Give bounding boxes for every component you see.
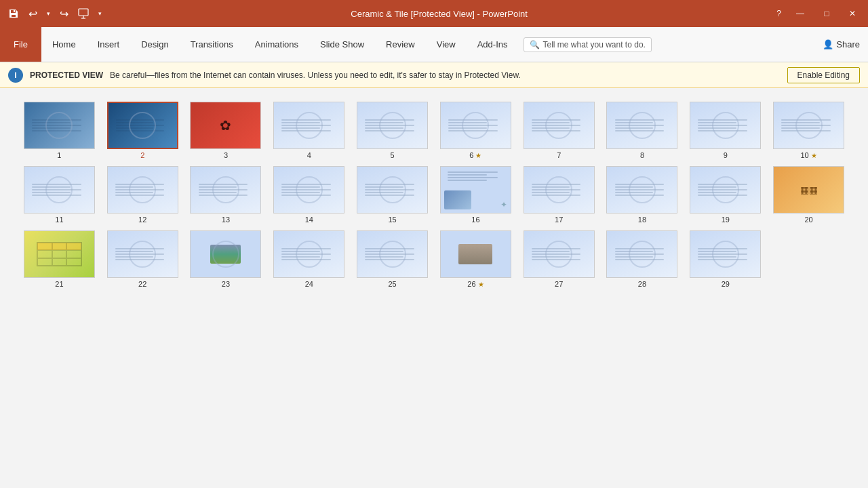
share-button[interactable]: 👤 Share — [814, 27, 868, 62]
search-placeholder: Tell me what you want to do. — [542, 40, 645, 49]
slide-thumb-10 — [773, 102, 844, 149]
slide-item-17[interactable]: 17 — [520, 166, 598, 224]
slide-thumb-27 — [524, 230, 595, 278]
slide-item-24[interactable]: 24 — [270, 230, 348, 288]
title-bar: ↩ ▾ ↪ ▾ Ceramic & Tile [Protected View] … — [0, 0, 868, 27]
undo-dropdown[interactable]: ▾ — [44, 9, 53, 18]
maximize-button[interactable]: □ — [816, 6, 837, 21]
tab-file[interactable]: File — [0, 27, 41, 62]
slide-label-1: 1 — [57, 151, 61, 159]
tab-addins[interactable]: Add-Ins — [467, 27, 519, 62]
slide-item-18[interactable]: 18 — [604, 166, 682, 224]
protected-view-bar: i PROTECTED VIEW Be careful—files from t… — [0, 62, 868, 88]
slide-item-13[interactable]: 13 — [187, 166, 265, 224]
slide-item-15[interactable]: 15 — [353, 166, 431, 224]
slide-item-29[interactable]: 29 — [686, 230, 764, 288]
slide-label-22: 22 — [138, 280, 146, 288]
slide-item-3[interactable]: ✿3 — [187, 102, 265, 159]
slide-item-4[interactable]: 4 — [270, 102, 348, 159]
slide-thumb-11 — [24, 166, 95, 214]
info-icon: i — [8, 68, 23, 83]
slide-item-2[interactable]: 2 — [104, 102, 182, 159]
enable-editing-button[interactable]: Enable Editing — [787, 67, 860, 83]
slide-label-16: 16 — [471, 216, 479, 224]
protected-message: Be careful—files from the Internet can c… — [110, 70, 781, 80]
slide-label-29: 29 — [722, 280, 730, 288]
tab-slideshow[interactable]: Slide Show — [309, 27, 375, 62]
slide-thumb-5 — [357, 102, 428, 149]
tab-view[interactable]: View — [426, 27, 467, 62]
slide-thumb-3: ✿ — [190, 102, 261, 149]
close-button[interactable]: ✕ — [842, 6, 863, 21]
slide-item-11[interactable]: 11 — [20, 166, 98, 224]
slide-item-6[interactable]: 6★ — [437, 102, 515, 159]
tab-transitions[interactable]: Transitions — [180, 27, 244, 62]
window-controls: ? — □ ✕ — [774, 6, 863, 21]
slide-item-5[interactable]: 5 — [353, 102, 431, 159]
slide-thumb-25 — [357, 230, 428, 278]
undo-button[interactable]: ↩ — [26, 6, 40, 22]
slide-thumb-21 — [24, 230, 95, 278]
slide-item-25[interactable]: 25 — [353, 230, 431, 288]
slide-item-16[interactable]: ✦16 — [437, 166, 515, 224]
slide-label-11: 11 — [55, 216, 63, 224]
slide-thumb-1 — [24, 102, 95, 149]
slide-label-14: 14 — [305, 216, 313, 224]
slide-thumb-15 — [357, 166, 428, 214]
slide-item-21[interactable]: 21 — [20, 230, 98, 288]
search-icon: 🔍 — [530, 40, 540, 49]
slide-item-26[interactable]: 26★ — [437, 230, 515, 288]
tab-animations[interactable]: Animations — [244, 27, 309, 62]
tell-me-search[interactable]: 🔍 Tell me what you want to do. — [524, 37, 651, 52]
slide-item-27[interactable]: 27 — [520, 230, 598, 288]
slide-label-4: 4 — [307, 151, 311, 159]
slide-label-20: 20 — [804, 216, 812, 224]
redo-button[interactable]: ↪ — [57, 6, 71, 22]
slide-item-20[interactable]: ▦▦20 — [770, 166, 848, 224]
slide-item-7[interactable]: 7 — [520, 102, 598, 159]
present-button[interactable] — [75, 7, 92, 20]
slide-item-22[interactable]: 22 — [104, 230, 182, 288]
tab-design[interactable]: Design — [130, 27, 179, 62]
svg-rect-0 — [79, 9, 88, 16]
ribbon-search-area: 🔍 Tell me what you want to do. — [518, 27, 814, 62]
slide-thumb-12 — [107, 166, 178, 214]
slide-thumb-28 — [606, 230, 677, 278]
window-title: Ceramic & Tile [Protected View] - PowerP… — [104, 9, 774, 19]
tab-review[interactable]: Review — [375, 27, 426, 62]
slide-thumb-17 — [524, 166, 595, 214]
customize-qat-button[interactable]: ▾ — [96, 9, 104, 18]
slide-item-14[interactable]: 14 — [270, 166, 348, 224]
slide-thumb-2 — [107, 102, 178, 149]
slide-item-28[interactable]: 28 — [604, 230, 682, 288]
protected-label: PROTECTED VIEW — [30, 70, 103, 80]
slide-item-1[interactable]: 1 — [20, 102, 98, 159]
minimize-button[interactable]: — — [789, 6, 811, 21]
slide-label-28: 28 — [638, 280, 646, 288]
slide-label-8: 8 — [640, 151, 644, 159]
slide-item-12[interactable]: 12 — [104, 166, 182, 224]
help-button[interactable]: ? — [774, 7, 784, 20]
slide-item-9[interactable]: 9 — [686, 102, 764, 159]
slide-label-27: 27 — [555, 280, 563, 288]
save-button[interactable] — [5, 7, 22, 20]
slide-item-19[interactable]: 19 — [686, 166, 764, 224]
tab-home[interactable]: Home — [41, 27, 87, 62]
slide-label-24: 24 — [305, 280, 313, 288]
slide-thumb-8 — [606, 102, 677, 149]
slide-label-6: 6★ — [469, 151, 481, 159]
slide-thumb-22 — [107, 230, 178, 278]
slide-label-2: 2 — [140, 151, 144, 159]
slide-thumb-26 — [440, 230, 511, 278]
slide-item-8[interactable]: 8 — [604, 102, 682, 159]
slide-grid: 12✿3456★78910★1112131415✦16171819▦▦20212… — [20, 102, 848, 288]
slide-label-10: 10★ — [800, 151, 816, 159]
slide-label-23: 23 — [222, 280, 230, 288]
slide-label-9: 9 — [724, 151, 728, 159]
slide-thumb-23 — [190, 230, 261, 278]
slide-item-10[interactable]: 10★ — [770, 102, 848, 159]
star-icon: ★ — [475, 152, 481, 159]
tab-insert[interactable]: Insert — [87, 27, 131, 62]
slide-item-23[interactable]: 23 — [187, 230, 265, 288]
slide-label-17: 17 — [555, 216, 563, 224]
